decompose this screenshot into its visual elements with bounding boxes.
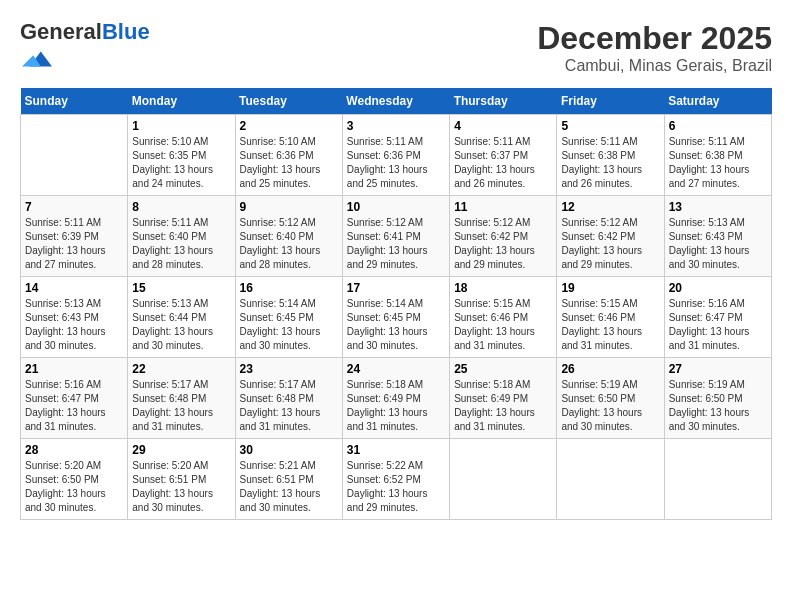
calendar-cell: 16Sunrise: 5:14 AM Sunset: 6:45 PM Dayli…: [235, 277, 342, 358]
day-info: Sunrise: 5:15 AM Sunset: 6:46 PM Dayligh…: [561, 297, 659, 353]
day-number: 29: [132, 443, 230, 457]
day-info: Sunrise: 5:21 AM Sunset: 6:51 PM Dayligh…: [240, 459, 338, 515]
calendar-cell: 26Sunrise: 5:19 AM Sunset: 6:50 PM Dayli…: [557, 358, 664, 439]
day-info: Sunrise: 5:14 AM Sunset: 6:45 PM Dayligh…: [240, 297, 338, 353]
calendar-week-row: 14Sunrise: 5:13 AM Sunset: 6:43 PM Dayli…: [21, 277, 772, 358]
day-info: Sunrise: 5:17 AM Sunset: 6:48 PM Dayligh…: [240, 378, 338, 434]
day-number: 24: [347, 362, 445, 376]
logo-general-text: General: [20, 19, 102, 44]
day-number: 25: [454, 362, 552, 376]
day-number: 21: [25, 362, 123, 376]
calendar-week-row: 1Sunrise: 5:10 AM Sunset: 6:35 PM Daylig…: [21, 115, 772, 196]
day-number: 18: [454, 281, 552, 295]
day-number: 22: [132, 362, 230, 376]
day-number: 11: [454, 200, 552, 214]
weekday-header-wednesday: Wednesday: [342, 88, 449, 115]
day-info: Sunrise: 5:11 AM Sunset: 6:38 PM Dayligh…: [669, 135, 767, 191]
day-number: 6: [669, 119, 767, 133]
calendar-cell: 1Sunrise: 5:10 AM Sunset: 6:35 PM Daylig…: [128, 115, 235, 196]
day-number: 7: [25, 200, 123, 214]
calendar-week-row: 7Sunrise: 5:11 AM Sunset: 6:39 PM Daylig…: [21, 196, 772, 277]
calendar-cell: 24Sunrise: 5:18 AM Sunset: 6:49 PM Dayli…: [342, 358, 449, 439]
day-info: Sunrise: 5:12 AM Sunset: 6:42 PM Dayligh…: [454, 216, 552, 272]
day-info: Sunrise: 5:18 AM Sunset: 6:49 PM Dayligh…: [347, 378, 445, 434]
calendar-cell: 14Sunrise: 5:13 AM Sunset: 6:43 PM Dayli…: [21, 277, 128, 358]
calendar-cell: 6Sunrise: 5:11 AM Sunset: 6:38 PM Daylig…: [664, 115, 771, 196]
weekday-header-thursday: Thursday: [450, 88, 557, 115]
calendar-cell: 29Sunrise: 5:20 AM Sunset: 6:51 PM Dayli…: [128, 439, 235, 520]
day-info: Sunrise: 5:10 AM Sunset: 6:35 PM Dayligh…: [132, 135, 230, 191]
calendar-cell: 17Sunrise: 5:14 AM Sunset: 6:45 PM Dayli…: [342, 277, 449, 358]
day-number: 1: [132, 119, 230, 133]
day-info: Sunrise: 5:12 AM Sunset: 6:42 PM Dayligh…: [561, 216, 659, 272]
day-number: 14: [25, 281, 123, 295]
day-number: 30: [240, 443, 338, 457]
calendar-week-row: 21Sunrise: 5:16 AM Sunset: 6:47 PM Dayli…: [21, 358, 772, 439]
calendar-cell: 19Sunrise: 5:15 AM Sunset: 6:46 PM Dayli…: [557, 277, 664, 358]
calendar-cell: 20Sunrise: 5:16 AM Sunset: 6:47 PM Dayli…: [664, 277, 771, 358]
weekday-header-sunday: Sunday: [21, 88, 128, 115]
day-number: 31: [347, 443, 445, 457]
day-info: Sunrise: 5:19 AM Sunset: 6:50 PM Dayligh…: [561, 378, 659, 434]
subtitle: Cambui, Minas Gerais, Brazil: [537, 57, 772, 75]
day-info: Sunrise: 5:20 AM Sunset: 6:50 PM Dayligh…: [25, 459, 123, 515]
day-info: Sunrise: 5:13 AM Sunset: 6:43 PM Dayligh…: [25, 297, 123, 353]
logo: GeneralBlue: [20, 20, 150, 78]
calendar-cell: [21, 115, 128, 196]
day-number: 26: [561, 362, 659, 376]
day-number: 3: [347, 119, 445, 133]
calendar-cell: 5Sunrise: 5:11 AM Sunset: 6:38 PM Daylig…: [557, 115, 664, 196]
day-info: Sunrise: 5:11 AM Sunset: 6:40 PM Dayligh…: [132, 216, 230, 272]
day-number: 23: [240, 362, 338, 376]
calendar-cell: 11Sunrise: 5:12 AM Sunset: 6:42 PM Dayli…: [450, 196, 557, 277]
calendar-cell: 23Sunrise: 5:17 AM Sunset: 6:48 PM Dayli…: [235, 358, 342, 439]
day-info: Sunrise: 5:12 AM Sunset: 6:40 PM Dayligh…: [240, 216, 338, 272]
day-info: Sunrise: 5:12 AM Sunset: 6:41 PM Dayligh…: [347, 216, 445, 272]
weekday-header-row: SundayMondayTuesdayWednesdayThursdayFrid…: [21, 88, 772, 115]
day-number: 13: [669, 200, 767, 214]
day-number: 20: [669, 281, 767, 295]
day-info: Sunrise: 5:11 AM Sunset: 6:36 PM Dayligh…: [347, 135, 445, 191]
day-info: Sunrise: 5:11 AM Sunset: 6:39 PM Dayligh…: [25, 216, 123, 272]
main-title: December 2025: [537, 20, 772, 57]
day-number: 2: [240, 119, 338, 133]
day-number: 12: [561, 200, 659, 214]
calendar-cell: 27Sunrise: 5:19 AM Sunset: 6:50 PM Dayli…: [664, 358, 771, 439]
day-info: Sunrise: 5:22 AM Sunset: 6:52 PM Dayligh…: [347, 459, 445, 515]
day-info: Sunrise: 5:13 AM Sunset: 6:44 PM Dayligh…: [132, 297, 230, 353]
calendar-cell: 31Sunrise: 5:22 AM Sunset: 6:52 PM Dayli…: [342, 439, 449, 520]
day-number: 8: [132, 200, 230, 214]
logo-blue-text: Blue: [102, 19, 150, 44]
weekday-header-friday: Friday: [557, 88, 664, 115]
weekday-header-tuesday: Tuesday: [235, 88, 342, 115]
day-number: 16: [240, 281, 338, 295]
title-block: December 2025 Cambui, Minas Gerais, Braz…: [537, 20, 772, 75]
calendar-cell: 8Sunrise: 5:11 AM Sunset: 6:40 PM Daylig…: [128, 196, 235, 277]
day-info: Sunrise: 5:20 AM Sunset: 6:51 PM Dayligh…: [132, 459, 230, 515]
day-info: Sunrise: 5:10 AM Sunset: 6:36 PM Dayligh…: [240, 135, 338, 191]
day-number: 5: [561, 119, 659, 133]
day-info: Sunrise: 5:17 AM Sunset: 6:48 PM Dayligh…: [132, 378, 230, 434]
calendar-cell: 15Sunrise: 5:13 AM Sunset: 6:44 PM Dayli…: [128, 277, 235, 358]
calendar-cell: 4Sunrise: 5:11 AM Sunset: 6:37 PM Daylig…: [450, 115, 557, 196]
day-info: Sunrise: 5:11 AM Sunset: 6:38 PM Dayligh…: [561, 135, 659, 191]
calendar-cell: 18Sunrise: 5:15 AM Sunset: 6:46 PM Dayli…: [450, 277, 557, 358]
calendar-cell: 12Sunrise: 5:12 AM Sunset: 6:42 PM Dayli…: [557, 196, 664, 277]
calendar-cell: 28Sunrise: 5:20 AM Sunset: 6:50 PM Dayli…: [21, 439, 128, 520]
day-number: 19: [561, 281, 659, 295]
weekday-header-saturday: Saturday: [664, 88, 771, 115]
calendar-table: SundayMondayTuesdayWednesdayThursdayFrid…: [20, 88, 772, 520]
day-info: Sunrise: 5:19 AM Sunset: 6:50 PM Dayligh…: [669, 378, 767, 434]
calendar-cell: [557, 439, 664, 520]
day-number: 17: [347, 281, 445, 295]
calendar-cell: 22Sunrise: 5:17 AM Sunset: 6:48 PM Dayli…: [128, 358, 235, 439]
calendar-cell: 2Sunrise: 5:10 AM Sunset: 6:36 PM Daylig…: [235, 115, 342, 196]
day-number: 4: [454, 119, 552, 133]
page-header: GeneralBlue December 2025 Cambui, Minas …: [20, 20, 772, 78]
day-number: 15: [132, 281, 230, 295]
day-number: 28: [25, 443, 123, 457]
calendar-cell: 10Sunrise: 5:12 AM Sunset: 6:41 PM Dayli…: [342, 196, 449, 277]
day-number: 10: [347, 200, 445, 214]
calendar-cell: 25Sunrise: 5:18 AM Sunset: 6:49 PM Dayli…: [450, 358, 557, 439]
day-info: Sunrise: 5:11 AM Sunset: 6:37 PM Dayligh…: [454, 135, 552, 191]
